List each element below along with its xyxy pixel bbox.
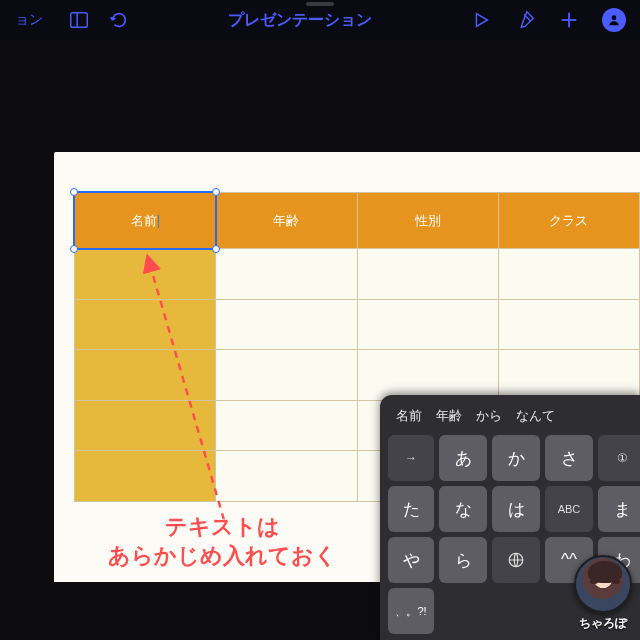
table-cell[interactable]: [75, 350, 216, 401]
keyboard-suggestion[interactable]: 名前: [392, 405, 426, 427]
table-cell[interactable]: [216, 350, 357, 401]
table-cell[interactable]: [498, 249, 639, 300]
keyboard-suggestion[interactable]: なんて: [512, 405, 559, 427]
add-icon[interactable]: [558, 9, 580, 31]
kana-key[interactable]: さ: [545, 435, 593, 481]
kana-key[interactable]: 、。?!: [388, 588, 434, 634]
table-cell[interactable]: [216, 400, 357, 451]
kana-key[interactable]: や: [388, 537, 434, 583]
table-row[interactable]: [75, 299, 640, 350]
table-cell[interactable]: [75, 249, 216, 300]
table-header-cell[interactable]: 性別: [357, 193, 498, 249]
symbol-key[interactable]: ①: [598, 435, 640, 481]
kana-key[interactable]: わ: [598, 537, 640, 583]
sidebar-toggle-icon[interactable]: [68, 9, 90, 31]
keyboard-suggestion[interactable]: 年齢: [432, 405, 466, 427]
table-cell[interactable]: [75, 451, 216, 502]
text-cursor: [158, 215, 159, 228]
table-cell[interactable]: [357, 350, 498, 401]
undo-icon[interactable]: [108, 9, 130, 31]
kana-key[interactable]: か: [492, 435, 540, 481]
collaborator-avatar-icon[interactable]: [602, 8, 626, 32]
table-header-label: クラス: [549, 213, 588, 228]
table-cell[interactable]: [216, 451, 357, 502]
table-cell[interactable]: [357, 299, 498, 350]
kana-key[interactable]: ら: [439, 537, 487, 583]
svg-rect-0: [71, 13, 88, 28]
kana-key[interactable]: あ: [439, 435, 487, 481]
table-cell[interactable]: [216, 299, 357, 350]
window-drag-indicator: [306, 2, 334, 6]
table-cell[interactable]: [498, 350, 639, 401]
app-toolbar: ョン プレゼンテーション: [0, 0, 640, 40]
toolbar-cropped-button[interactable]: ョン: [8, 8, 50, 32]
table-header-cell[interactable]: 名前: [75, 193, 216, 249]
svg-point-4: [612, 15, 617, 20]
selection-handle[interactable]: [70, 245, 78, 253]
table-cell[interactable]: [216, 249, 357, 300]
keyboard-suggestion[interactable]: から: [472, 405, 506, 427]
table-cell[interactable]: [75, 400, 216, 451]
kana-key[interactable]: は: [492, 486, 540, 532]
table-row[interactable]: [75, 249, 640, 300]
table-header-label: 年齢: [273, 213, 299, 228]
table-header-label: 名前: [131, 213, 157, 228]
kana-key[interactable]: ま: [598, 486, 640, 532]
table-header-cell[interactable]: クラス: [498, 193, 639, 249]
play-icon[interactable]: [470, 9, 492, 31]
keyboard-suggestion-bar: 名前 年齢 から なんて: [384, 401, 636, 435]
mode-abc-key[interactable]: ABC: [545, 486, 593, 532]
format-brush-icon[interactable]: [514, 9, 536, 31]
kana-key[interactable]: ^^: [545, 537, 593, 583]
table-cell[interactable]: [498, 299, 639, 350]
table-cell[interactable]: [75, 299, 216, 350]
table-row[interactable]: [75, 350, 640, 401]
table-cell[interactable]: [357, 249, 498, 300]
kana-key[interactable]: な: [439, 486, 487, 532]
table-header-cell[interactable]: 年齢: [216, 193, 357, 249]
onscreen-keyboard[interactable]: 名前 年齢 から なんて →あかさ①たなはABCまやら^^わ、。?!: [380, 395, 640, 640]
table-header-label: 性別: [415, 213, 441, 228]
globe-key-icon[interactable]: [492, 537, 540, 583]
selection-handle[interactable]: [70, 188, 78, 196]
kana-key[interactable]: た: [388, 486, 434, 532]
document-title[interactable]: プレゼンテーション: [130, 10, 470, 31]
arrow-key[interactable]: →: [388, 435, 434, 481]
